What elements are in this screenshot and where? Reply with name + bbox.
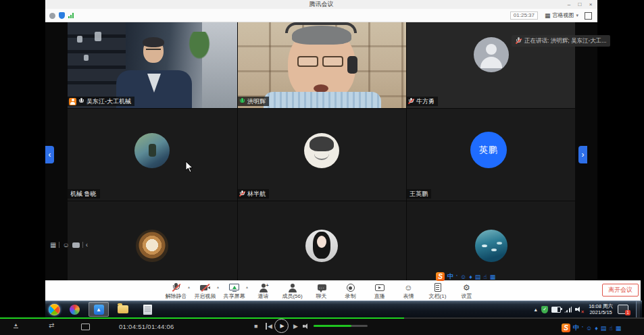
docs-button[interactable]: 文档(1) [423,283,452,299]
security-shield-icon[interactable]: ✓ [541,306,548,313]
ime-keyboard-icon[interactable]: ▤ [475,274,481,280]
participant-tile-active-speaker[interactable]: 洪明辉 [238,22,406,108]
playback-time: 01:04:51/01:44:06 [119,323,174,330]
ime-mode-toggle[interactable]: 中 [573,324,579,332]
participant-tile[interactable]: 英鹏 王英鹏 [407,109,575,201]
mic-on-icon [78,98,84,105]
maximize-button[interactable]: □ [574,0,585,9]
ime-voice-icon[interactable]: ♦ [469,274,472,280]
invite-button[interactable]: + 邀请 [249,283,278,299]
view-mode-button[interactable]: 宫格视图 [545,11,578,19]
app-swirl-icon [70,305,80,315]
ime-handwriting-icon[interactable]: ☝ [483,274,487,280]
ime-keyboard-icon[interactable]: ▤ [601,325,607,332]
minimize-button[interactable]: – [564,0,574,9]
battery-icon[interactable] [551,307,561,313]
layout-grid-icon[interactable] [50,241,56,249]
mouse-cursor [185,161,193,173]
record-button[interactable]: 录制 [336,283,365,299]
chat-button[interactable]: ··· 聊天 [307,283,336,299]
network-quality-icon[interactable] [68,13,74,18]
start-video-button[interactable]: 开启视频 [191,283,220,299]
avatar-sketch [304,133,339,168]
fullscreen-icon[interactable] [585,12,592,20]
participant-tile[interactable] [68,201,237,280]
speaker-icon[interactable] [303,322,312,330]
taskbar-clock[interactable]: 16:08 周六 2021/5/15 [589,303,613,315]
start-button[interactable] [49,304,60,315]
show-desktop-button[interactable] [636,301,640,317]
taskbar-app-explorer[interactable] [113,302,133,317]
members-button[interactable]: 成员(56) [278,283,307,299]
taskbar-app-notepad[interactable] [137,302,157,317]
share-screen-button[interactable]: 共享屏幕 [220,283,249,299]
meeting-info-icon[interactable] [49,13,55,19]
participant-name: 牛方勇 [416,97,435,105]
chat-bubble-icon[interactable] [72,242,80,248]
display-mode-icon[interactable] [81,324,90,330]
next-page-button[interactable] [578,146,587,163]
participant-tile[interactable]: 林半航 [238,109,406,201]
menu-caret-icon[interactable] [217,284,219,290]
divider [59,242,59,248]
emoji-button[interactable]: 表情 [394,283,423,299]
sogou-logo-icon[interactable]: S [562,324,570,332]
notification-badge: 1 [625,310,630,315]
unmute-button[interactable]: 解除静音 [162,283,191,299]
taskbar-app-sogou[interactable] [64,302,84,317]
ime-handwriting-icon[interactable]: ☝ [609,325,612,332]
participant-name: 王英鹏 [410,190,428,198]
live-button[interactable]: 直播 [365,283,394,299]
taskbar-app-active[interactable] [89,302,109,317]
ime-voice-icon[interactable]: ♦ [595,325,598,332]
settings-button[interactable]: 设置 [452,283,481,299]
clock-time: 16:08 周六 [589,303,613,309]
mic-speaking-icon [239,98,245,105]
participant-tile[interactable]: 机械 鲁晓 [68,109,237,201]
speaking-toast-text: 正在讲话: 洪明辉; 吴东江-大工... [524,37,606,45]
ime-punct-icon[interactable]: ’ [456,274,457,280]
camera-off-icon [199,283,212,292]
record-icon [345,283,357,292]
ime-toolbox-icon[interactable]: ▦ [616,325,622,332]
toolbar-label: 共享屏幕 [224,293,245,299]
toolbar-label: 开启视频 [195,293,216,299]
play-button[interactable] [274,319,289,333]
previous-button[interactable] [266,323,272,330]
ime-punct-icon[interactable]: ’ [582,325,583,332]
sogou-logo-icon[interactable]: S [436,272,445,281]
ime-emoji-icon[interactable]: ☺ [460,274,466,280]
ime-emoji-icon[interactable]: ☺ [586,325,592,332]
speaking-toast: 正在讲话: 洪明辉; 吴东江-大工... [512,35,610,47]
headset-band [285,22,357,33]
participant-name-label: 吴东江-大工机械 [68,97,134,106]
person-shirt [264,92,381,108]
prev-page-button[interactable] [45,146,54,163]
participant-tile[interactable] [238,201,406,280]
participant-name-label: 洪明辉 [238,97,269,106]
system-tray: ✓ × 16:08 周六 2021/5/15 1 [533,301,642,317]
stop-button[interactable] [254,323,257,330]
menu-caret-icon[interactable] [246,284,248,290]
close-button[interactable]: × [585,0,596,9]
participant-tile[interactable]: 吴东江-大工机械 [68,22,237,108]
media-player-bar: 01:04:51/01:44:06 [0,317,644,335]
view-mode-label: 宫格视图 [552,11,574,19]
eject-icon[interactable] [14,322,18,328]
emoji-icon[interactable] [62,241,69,249]
hidden-icons-button[interactable] [533,307,538,312]
seek-bar[interactable] [0,317,644,319]
ime-mode-toggle[interactable]: 中 [447,272,453,281]
participant-tile[interactable] [407,201,575,280]
next-button[interactable] [293,323,298,330]
leave-meeting-button[interactable]: 离开会议 [602,284,639,297]
collapse-icon[interactable] [86,241,88,249]
loop-icon[interactable] [49,321,54,329]
notification-icon[interactable]: 1 [618,305,628,314]
volume-slider[interactable] [314,325,368,327]
volume-muted-icon[interactable]: × [575,306,584,313]
menu-caret-icon[interactable] [188,284,190,290]
network-signal-icon[interactable] [564,307,572,313]
meeting-security-shield-icon[interactable] [59,12,65,19]
ime-toolbox-icon[interactable]: ▦ [490,274,496,280]
